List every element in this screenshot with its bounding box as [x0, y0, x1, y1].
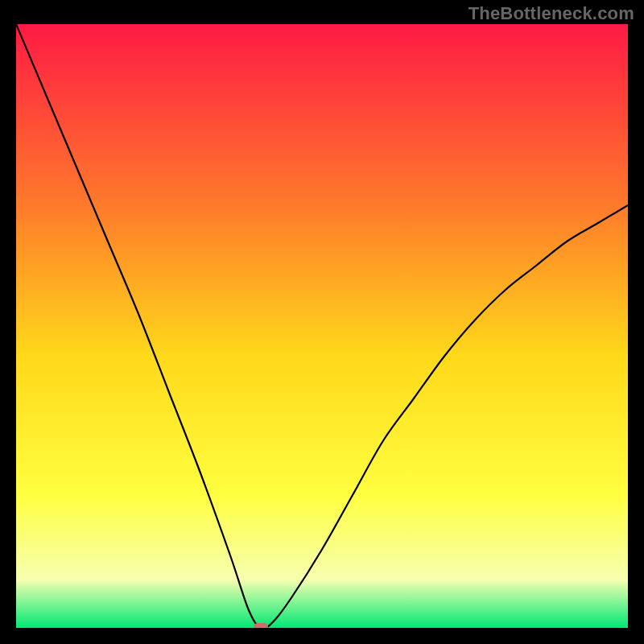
chart-svg	[16, 24, 628, 628]
min-marker-icon	[254, 623, 268, 628]
chart-frame: TheBottleneck.com	[0, 0, 644, 644]
plot-area	[16, 24, 628, 628]
gradient-background	[16, 24, 628, 628]
watermark-text: TheBottleneck.com	[469, 3, 634, 24]
